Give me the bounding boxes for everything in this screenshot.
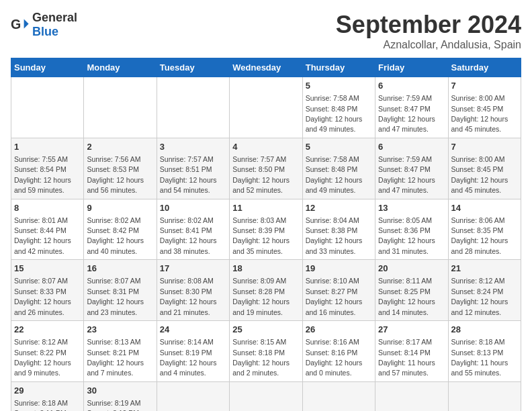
day-cell-5: 5Sunrise: 7:58 AMSunset: 8:48 PMDaylight…	[302, 77, 375, 138]
day-cell-27: 27Sunrise: 8:17 AMSunset: 8:14 PMDayligh…	[375, 321, 448, 382]
day-content: Sunrise: 8:12 AMSunset: 8:22 PMDaylight:…	[14, 338, 71, 377]
calendar-week-row: 29Sunrise: 8:18 AMSunset: 8:11 PMDayligh…	[11, 381, 521, 411]
day-content: Sunrise: 8:01 AMSunset: 8:44 PMDaylight:…	[14, 216, 71, 255]
col-header-tuesday: Tuesday	[157, 58, 229, 77]
day-cell-22: 22Sunrise: 8:12 AMSunset: 8:22 PMDayligh…	[11, 321, 84, 382]
day-number: 29	[14, 385, 81, 397]
day-cell-4: 4Sunrise: 7:57 AMSunset: 8:50 PMDaylight…	[230, 138, 302, 199]
day-number: 3	[160, 141, 226, 153]
location-subtitle: Aznalcollar, Andalusia, Spain	[336, 39, 521, 51]
day-number: 17	[160, 263, 226, 275]
day-cell-17: 17Sunrise: 8:08 AMSunset: 8:30 PMDayligh…	[157, 260, 229, 321]
day-content: Sunrise: 7:57 AMSunset: 8:51 PMDaylight:…	[160, 155, 217, 194]
day-cell-28: 28Sunrise: 8:18 AMSunset: 8:13 PMDayligh…	[448, 321, 521, 382]
day-cell-21: 21Sunrise: 8:12 AMSunset: 8:24 PMDayligh…	[448, 260, 521, 321]
day-number: 28	[451, 324, 518, 336]
day-cell-15: 15Sunrise: 8:07 AMSunset: 8:33 PMDayligh…	[11, 260, 84, 321]
day-content: Sunrise: 7:55 AMSunset: 8:54 PMDaylight:…	[14, 155, 71, 194]
day-cell-5: 5Sunrise: 7:58 AMSunset: 8:48 PMDaylight…	[302, 138, 375, 199]
day-cell-23: 23Sunrise: 8:13 AMSunset: 8:21 PMDayligh…	[84, 321, 157, 382]
day-content: Sunrise: 8:07 AMSunset: 8:33 PMDaylight:…	[14, 277, 71, 316]
col-header-wednesday: Wednesday	[230, 58, 302, 77]
calendar-header-row: SundayMondayTuesdayWednesdayThursdayFrid…	[11, 58, 521, 77]
day-cell-11: 11Sunrise: 8:03 AMSunset: 8:39 PMDayligh…	[230, 199, 302, 260]
empty-cell	[84, 77, 157, 138]
day-number: 20	[378, 263, 445, 275]
day-number: 30	[87, 385, 153, 397]
day-cell-2: 2Sunrise: 7:56 AMSunset: 8:53 PMDaylight…	[84, 138, 157, 199]
col-header-saturday: Saturday	[448, 58, 521, 77]
day-content: Sunrise: 8:17 AMSunset: 8:14 PMDaylight:…	[378, 338, 435, 377]
day-number: 6	[378, 80, 445, 92]
empty-cell	[230, 77, 302, 138]
calendar-week-row: 1Sunrise: 7:55 AMSunset: 8:54 PMDaylight…	[11, 138, 521, 199]
day-content: Sunrise: 8:16 AMSunset: 8:16 PMDaylight:…	[306, 338, 363, 377]
day-content: Sunrise: 8:02 AMSunset: 8:41 PMDaylight:…	[160, 216, 217, 255]
day-number: 2	[87, 141, 153, 153]
day-cell-6: 6Sunrise: 7:59 AMSunset: 8:47 PMDaylight…	[375, 77, 448, 138]
empty-cell	[375, 381, 448, 411]
day-cell-9: 9Sunrise: 8:02 AMSunset: 8:42 PMDaylight…	[84, 199, 157, 260]
day-number: 16	[87, 263, 153, 275]
day-content: Sunrise: 8:09 AMSunset: 8:28 PMDaylight:…	[232, 277, 290, 316]
day-number: 5	[306, 80, 372, 92]
day-content: Sunrise: 8:13 AMSunset: 8:21 PMDaylight:…	[87, 338, 144, 377]
day-content: Sunrise: 8:15 AMSunset: 8:18 PMDaylight:…	[232, 338, 290, 377]
calendar-week-row: 15Sunrise: 8:07 AMSunset: 8:33 PMDayligh…	[11, 260, 521, 321]
svg-text:G: G	[11, 17, 21, 32]
day-content: Sunrise: 8:18 AMSunset: 8:13 PMDaylight:…	[451, 338, 508, 377]
day-number: 18	[232, 263, 299, 275]
day-number: 7	[451, 141, 518, 153]
day-cell-18: 18Sunrise: 8:09 AMSunset: 8:28 PMDayligh…	[230, 260, 302, 321]
title-area: September 2024 Aznalcollar, Andalusia, S…	[336, 11, 521, 51]
col-header-sunday: Sunday	[11, 58, 84, 77]
day-cell-16: 16Sunrise: 8:07 AMSunset: 8:31 PMDayligh…	[84, 260, 157, 321]
day-content: Sunrise: 8:11 AMSunset: 8:25 PMDaylight:…	[378, 277, 435, 316]
col-header-monday: Monday	[84, 58, 157, 77]
calendar-week-row: 5Sunrise: 7:58 AMSunset: 8:48 PMDaylight…	[11, 77, 521, 138]
logo: G General Blue	[11, 11, 77, 39]
day-number: 13	[378, 202, 445, 214]
empty-cell	[11, 77, 84, 138]
day-number: 9	[87, 202, 153, 214]
day-content: Sunrise: 7:59 AMSunset: 8:47 PMDaylight:…	[378, 155, 435, 194]
day-number: 1	[14, 141, 81, 153]
day-content: Sunrise: 8:07 AMSunset: 8:31 PMDaylight:…	[87, 277, 144, 316]
day-content: Sunrise: 7:58 AMSunset: 8:48 PMDaylight:…	[306, 94, 363, 133]
day-number: 21	[451, 263, 518, 275]
day-cell-25: 25Sunrise: 8:15 AMSunset: 8:18 PMDayligh…	[230, 321, 302, 382]
day-content: Sunrise: 8:00 AMSunset: 8:45 PMDaylight:…	[451, 94, 508, 133]
day-content: Sunrise: 7:59 AMSunset: 8:47 PMDaylight:…	[378, 94, 435, 133]
month-year-title: September 2024	[336, 11, 521, 39]
day-number: 6	[378, 141, 445, 153]
logo-general: General	[32, 11, 77, 24]
day-number: 25	[232, 324, 299, 336]
day-number: 26	[306, 324, 372, 336]
day-content: Sunrise: 7:58 AMSunset: 8:48 PMDaylight:…	[306, 155, 363, 194]
day-content: Sunrise: 8:14 AMSunset: 8:19 PMDaylight:…	[160, 338, 217, 377]
day-cell-12: 12Sunrise: 8:04 AMSunset: 8:38 PMDayligh…	[302, 199, 375, 260]
day-number: 10	[160, 202, 226, 214]
empty-cell	[302, 381, 375, 411]
empty-cell	[157, 77, 229, 138]
day-cell-13: 13Sunrise: 8:05 AMSunset: 8:36 PMDayligh…	[375, 199, 448, 260]
logo-icon: G	[11, 15, 30, 34]
day-cell-29: 29Sunrise: 8:18 AMSunset: 8:11 PMDayligh…	[11, 381, 84, 411]
day-cell-19: 19Sunrise: 8:10 AMSunset: 8:27 PMDayligh…	[302, 260, 375, 321]
day-number: 5	[306, 141, 372, 153]
day-content: Sunrise: 7:57 AMSunset: 8:50 PMDaylight:…	[232, 155, 290, 194]
day-number: 23	[87, 324, 153, 336]
empty-cell	[448, 381, 521, 411]
calendar-week-row: 8Sunrise: 8:01 AMSunset: 8:44 PMDaylight…	[11, 199, 521, 260]
day-number: 11	[232, 202, 299, 214]
calendar-table: SundayMondayTuesdayWednesdayThursdayFrid…	[11, 58, 521, 411]
empty-cell	[230, 381, 302, 411]
day-cell-14: 14Sunrise: 8:06 AMSunset: 8:35 PMDayligh…	[448, 199, 521, 260]
day-content: Sunrise: 8:06 AMSunset: 8:35 PMDaylight:…	[451, 216, 508, 255]
day-number: 14	[451, 202, 518, 214]
day-content: Sunrise: 8:12 AMSunset: 8:24 PMDaylight:…	[451, 277, 508, 316]
day-cell-26: 26Sunrise: 8:16 AMSunset: 8:16 PMDayligh…	[302, 321, 375, 382]
logo-text: General Blue	[32, 11, 77, 39]
page-header: G General Blue September 2024 Aznalcolla…	[11, 11, 521, 51]
calendar-week-row: 22Sunrise: 8:12 AMSunset: 8:22 PMDayligh…	[11, 321, 521, 382]
